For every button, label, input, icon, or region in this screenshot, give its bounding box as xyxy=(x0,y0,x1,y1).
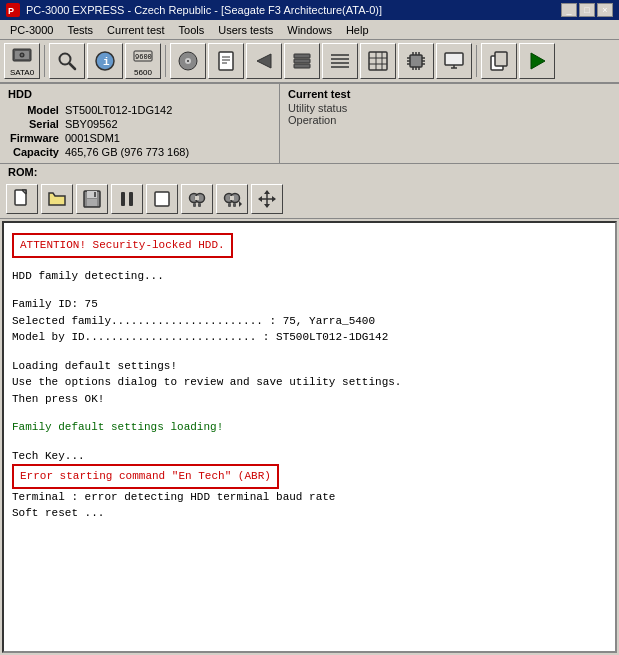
svg-rect-58 xyxy=(129,192,133,206)
operation-label: Operation xyxy=(288,114,611,126)
svg-rect-59 xyxy=(155,192,169,206)
toolbar-sata0[interactable]: SATA0 xyxy=(4,43,40,79)
svg-marker-76 xyxy=(272,196,276,202)
speed-label: 5600 xyxy=(134,68,152,77)
close-button[interactable]: × xyxy=(597,3,613,17)
log-normal-line: Loading default settings! xyxy=(12,358,607,375)
svg-rect-21 xyxy=(294,59,310,63)
rom-new-btn[interactable] xyxy=(6,184,38,214)
utility-status-label: Utility status xyxy=(288,102,611,114)
toolbar-run[interactable] xyxy=(519,43,555,79)
svg-rect-15 xyxy=(219,52,233,70)
svg-point-14 xyxy=(187,60,189,62)
rom-findnext-btn[interactable] xyxy=(216,184,248,214)
menu-help[interactable]: Help xyxy=(340,23,375,37)
svg-marker-75 xyxy=(258,196,262,202)
svg-marker-70 xyxy=(239,201,242,207)
rom-section: ROM: xyxy=(0,164,619,219)
svg-rect-32 xyxy=(410,55,422,67)
main-toolbar: SATA0 i 9600 5600 xyxy=(0,40,619,84)
svg-rect-68 xyxy=(228,203,231,207)
toolbar-info[interactable]: i xyxy=(87,43,123,79)
current-test-panel: Current test Utility status Operation xyxy=(280,84,619,163)
menu-current-test[interactable]: Current test xyxy=(101,23,170,37)
menu-windows[interactable]: Windows xyxy=(281,23,338,37)
rom-save-btn[interactable] xyxy=(76,184,108,214)
menu-tools[interactable]: Tools xyxy=(173,23,211,37)
window-title: PC-3000 EXPRESS - Czech Republic - [Seag… xyxy=(26,4,555,16)
log-area[interactable]: ATTENTION! Security-locked HDD.HDD famil… xyxy=(2,221,617,653)
svg-rect-63 xyxy=(193,203,196,207)
svg-point-5 xyxy=(21,54,23,56)
toolbar-disk[interactable] xyxy=(170,43,206,79)
app-icon: P xyxy=(6,3,20,17)
svg-rect-64 xyxy=(198,203,201,207)
rom-open-btn[interactable] xyxy=(41,184,73,214)
log-normal-line: Selected family....................... :… xyxy=(12,313,607,330)
toolbar-chip[interactable] xyxy=(398,43,434,79)
toolbar-magnify[interactable] xyxy=(49,43,85,79)
current-test-title: Current test xyxy=(288,88,611,100)
svg-rect-49 xyxy=(495,52,507,66)
toolbar-separator-1 xyxy=(44,45,45,77)
log-normal-line: Use the options dialog to review and sav… xyxy=(12,374,607,391)
menu-bar: PC-3000 Tests Current test Tools Users t… xyxy=(0,20,619,40)
svg-text:P: P xyxy=(8,6,14,16)
toolbar-table[interactable] xyxy=(360,43,396,79)
svg-rect-27 xyxy=(369,52,387,70)
toolbar-separator-3 xyxy=(476,45,477,77)
log-normal-line: Tech Key... xyxy=(12,448,607,465)
log-normal-line: HDD family detecting... xyxy=(12,268,607,285)
capacity-label: Capacity xyxy=(10,146,63,158)
svg-marker-74 xyxy=(264,204,270,208)
model-value: ST500LT012-1DG142 xyxy=(65,104,189,116)
firmware-label: Firmware xyxy=(10,132,63,144)
svg-rect-45 xyxy=(445,53,463,65)
log-attention-box: ATTENTION! Security-locked HDD. xyxy=(12,233,233,258)
rom-move-btn[interactable] xyxy=(251,184,283,214)
svg-line-7 xyxy=(70,64,76,70)
log-normal-line: Terminal : error detecting HDD terminal … xyxy=(12,489,607,506)
firmware-value: 0001SDM1 xyxy=(65,132,189,144)
toolbar-doc[interactable] xyxy=(208,43,244,79)
rom-pause-btn[interactable] xyxy=(111,184,143,214)
toolbar-monitor[interactable] xyxy=(436,43,472,79)
svg-rect-56 xyxy=(94,192,96,197)
hdd-info: HDD Model ST500LT012-1DG142 Serial SBY09… xyxy=(0,84,280,163)
log-error-box: Error starting command "En Tech" (ABR) xyxy=(12,464,279,489)
minimize-button[interactable]: _ xyxy=(561,3,577,17)
svg-rect-57 xyxy=(121,192,125,206)
main-area: HDD Model ST500LT012-1DG142 Serial SBY09… xyxy=(0,84,619,655)
svg-rect-22 xyxy=(294,64,310,68)
menu-pc3000[interactable]: PC-3000 xyxy=(4,23,59,37)
log-normal-line: Soft reset ... xyxy=(12,505,607,522)
svg-rect-67 xyxy=(230,196,234,200)
svg-rect-55 xyxy=(87,199,97,206)
toolbar-stack[interactable] xyxy=(284,43,320,79)
hdd-info-table: Model ST500LT012-1DG142 Serial SBY09562 … xyxy=(8,102,191,160)
capacity-value: 465,76 GB (976 773 168) xyxy=(65,146,189,158)
svg-marker-19 xyxy=(257,54,271,68)
sata0-label: SATA0 xyxy=(10,68,34,77)
toolbar-lines[interactable] xyxy=(322,43,358,79)
log-normal-line: Then press OK! xyxy=(12,391,607,408)
rom-stop-btn[interactable] xyxy=(146,184,178,214)
attention-text: ATTENTION! Security-locked HDD. xyxy=(20,239,225,251)
menu-users-tests[interactable]: Users tests xyxy=(212,23,279,37)
toolbar-copy[interactable] xyxy=(481,43,517,79)
log-normal-line: Model by ID.......................... : … xyxy=(12,329,607,346)
svg-text:i: i xyxy=(103,56,110,68)
log-normal-line: Family ID: 75 xyxy=(12,296,607,313)
svg-rect-69 xyxy=(233,203,236,207)
hdd-title: HDD xyxy=(8,88,271,100)
toolbar-speed[interactable]: 9600 5600 xyxy=(125,43,161,79)
serial-value: SBY09562 xyxy=(65,118,189,130)
rom-find-btn[interactable] xyxy=(181,184,213,214)
svg-rect-62 xyxy=(195,196,199,200)
toolbar-arrow[interactable] xyxy=(246,43,282,79)
log-green-line: Family default settings loading! xyxy=(12,419,607,436)
menu-tests[interactable]: Tests xyxy=(61,23,99,37)
window-controls: _ □ × xyxy=(561,3,613,17)
title-bar: P PC-3000 EXPRESS - Czech Republic - [Se… xyxy=(0,0,619,20)
maximize-button[interactable]: □ xyxy=(579,3,595,17)
